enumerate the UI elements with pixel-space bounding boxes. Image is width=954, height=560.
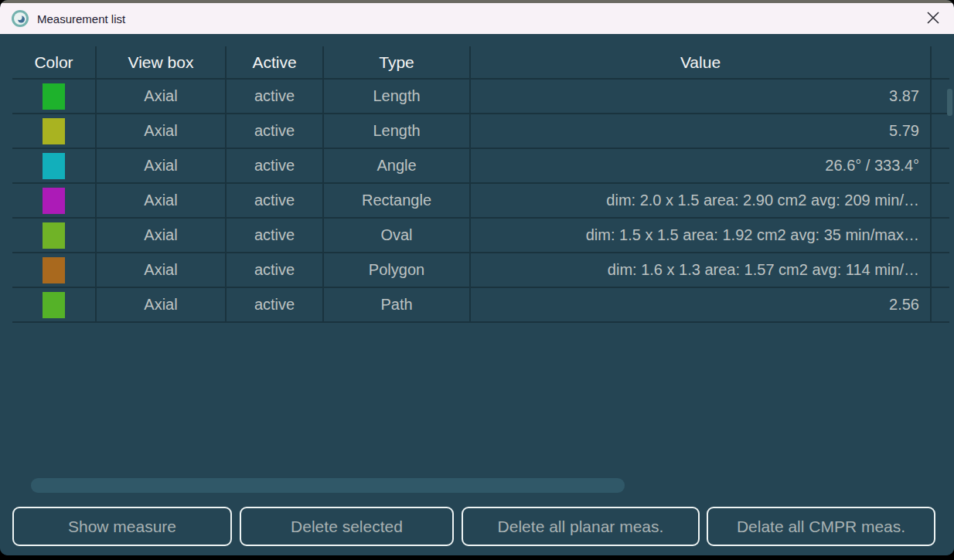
close-button[interactable] bbox=[918, 5, 948, 32]
button-row: Show measure Delete selected Delete all … bbox=[0, 507, 954, 546]
value-cell: 5.79 bbox=[471, 114, 932, 149]
viewbox-cell: Axial bbox=[97, 184, 227, 219]
color-swatch bbox=[43, 83, 65, 110]
active-cell: active bbox=[227, 114, 324, 149]
window-title: Measurement list bbox=[37, 12, 125, 25]
horizontal-scrollbar-thumb[interactable] bbox=[31, 478, 625, 493]
color-swatch bbox=[43, 292, 65, 318]
color-swatch bbox=[43, 188, 65, 214]
color-swatch bbox=[43, 222, 65, 249]
viewbox-cell: Axial bbox=[97, 149, 227, 184]
measurement-list-dialog: Measurement list Color View box Active T… bbox=[0, 0, 954, 555]
type-cell: Polygon bbox=[324, 253, 471, 288]
table-row[interactable]: Axial active Path 2.56 bbox=[12, 288, 949, 323]
type-cell: Length bbox=[324, 80, 471, 114]
color-cell bbox=[12, 219, 97, 253]
color-cell bbox=[12, 288, 97, 323]
vertical-scrollbar-thumb[interactable] bbox=[947, 89, 952, 116]
header-active: Active bbox=[227, 46, 324, 80]
header-color: Color bbox=[12, 46, 97, 80]
viewbox-cell: Axial bbox=[97, 253, 227, 288]
color-cell bbox=[12, 114, 97, 149]
table-header-row: Color View box Active Type Value bbox=[12, 46, 949, 80]
value-cell: dim: 2.0 x 1.5 area: 2.90 cm2 avg: 209 m… bbox=[471, 184, 932, 219]
delete-all-cmpr-button[interactable]: Delate all CMPR meas. bbox=[707, 507, 935, 546]
color-cell bbox=[12, 149, 97, 184]
value-cell: 2.56 bbox=[471, 288, 932, 323]
value-cell: 3.87 bbox=[471, 80, 932, 114]
table-row[interactable]: Axial active Oval dim: 1.5 x 1.5 area: 1… bbox=[12, 219, 949, 253]
active-cell: active bbox=[227, 184, 324, 219]
type-cell: Angle bbox=[324, 149, 471, 184]
color-swatch bbox=[43, 153, 65, 179]
table-row[interactable]: Axial active Polygon dim: 1.6 x 1.3 area… bbox=[12, 253, 949, 288]
filler-cell bbox=[932, 114, 949, 149]
filler-cell bbox=[932, 184, 949, 219]
measurement-table: Color View box Active Type Value Axial a… bbox=[12, 46, 949, 323]
filler-cell bbox=[932, 253, 949, 288]
viewbox-cell: Axial bbox=[97, 80, 227, 114]
table-row[interactable]: Axial active Angle 26.6° / 333.4° bbox=[12, 149, 949, 184]
delete-all-planar-button[interactable]: Delete all planar meas. bbox=[462, 507, 700, 546]
table-row[interactable]: Axial active Length 5.79 bbox=[12, 114, 949, 149]
color-cell bbox=[12, 184, 97, 219]
active-cell: active bbox=[227, 149, 324, 184]
table-row[interactable]: Axial active Length 3.87 bbox=[12, 80, 949, 114]
active-cell: active bbox=[227, 219, 324, 253]
title-bar[interactable]: Measurement list bbox=[0, 3, 954, 34]
viewbox-cell: Axial bbox=[97, 219, 227, 253]
value-cell: dim: 1.5 x 1.5 area: 1.92 cm2 avg: 35 mi… bbox=[471, 219, 932, 253]
active-cell: active bbox=[227, 80, 324, 114]
viewbox-cell: Axial bbox=[97, 288, 227, 323]
table-row[interactable]: Axial active Rectangle dim: 2.0 x 1.5 ar… bbox=[12, 184, 949, 219]
active-cell: active bbox=[227, 288, 324, 323]
type-cell: Oval bbox=[324, 219, 471, 253]
color-cell bbox=[12, 253, 97, 288]
dialog-body: Color View box Active Type Value Axial a… bbox=[0, 34, 954, 555]
header-view-box: View box bbox=[97, 46, 227, 80]
close-icon bbox=[926, 11, 940, 27]
header-type: Type bbox=[324, 46, 471, 80]
filler-cell bbox=[932, 219, 949, 253]
value-cell: dim: 1.6 x 1.3 area: 1.57 cm2 avg: 114 m… bbox=[471, 253, 932, 288]
color-cell bbox=[12, 80, 97, 114]
viewbox-cell: Axial bbox=[97, 114, 227, 149]
delete-selected-button[interactable]: Delete selected bbox=[240, 507, 454, 546]
color-swatch bbox=[43, 257, 65, 283]
active-cell: active bbox=[227, 253, 324, 288]
value-cell: 26.6° / 333.4° bbox=[471, 149, 932, 184]
type-cell: Length bbox=[324, 114, 471, 149]
type-cell: Rectangle bbox=[324, 184, 471, 219]
header-filler bbox=[932, 46, 949, 80]
show-measure-button[interactable]: Show measure bbox=[12, 507, 232, 546]
header-value: Value bbox=[471, 46, 932, 80]
type-cell: Path bbox=[324, 288, 471, 323]
app-logo-icon bbox=[11, 9, 29, 28]
filler-cell bbox=[932, 149, 949, 184]
filler-cell bbox=[932, 288, 949, 323]
color-swatch bbox=[43, 118, 65, 144]
